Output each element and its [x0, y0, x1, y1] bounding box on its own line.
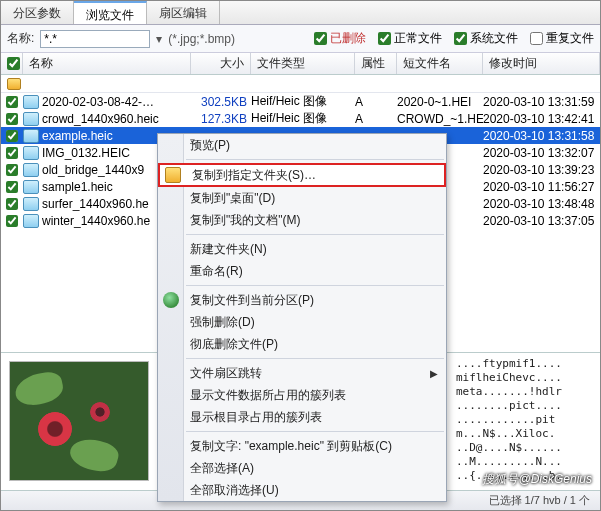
- name-label: 名称:: [7, 30, 34, 47]
- row-checkbox[interactable]: [6, 164, 18, 176]
- col-size[interactable]: 大小: [191, 53, 251, 74]
- folder-icon: [165, 167, 181, 183]
- col-attr[interactable]: 属性: [355, 53, 397, 74]
- file-attr: A: [355, 95, 397, 109]
- types-label: (*.jpg;*.bmp): [168, 32, 235, 46]
- file-icon: [23, 95, 39, 109]
- file-attr: A: [355, 112, 397, 126]
- status-text: 已选择 1/7 hvb / 1 个: [489, 493, 590, 508]
- menu-copy-docs[interactable]: 复制到"我的文档"(M): [158, 209, 446, 231]
- context-menu: 预览(P) 复制到指定文件夹(S)… 复制到"桌面"(D) 复制到"我的文档"(…: [157, 133, 447, 502]
- file-icon: [23, 146, 39, 160]
- menu-preview[interactable]: 预览(P): [158, 134, 446, 156]
- filter-bar: 名称: ▾ (*.jpg;*.bmp) 已删除 正常文件 系统文件 重复文件: [1, 25, 600, 53]
- tab-bar: 分区参数 浏览文件 扇区编辑: [1, 1, 600, 25]
- folder-row[interactable]: [1, 75, 600, 93]
- row-checkbox[interactable]: [6, 181, 18, 193]
- menu-clusters-file[interactable]: 显示文件数据所占用的簇列表: [158, 384, 446, 406]
- file-icon: [23, 112, 39, 126]
- menu-copy-text[interactable]: 复制文字: "example.heic" 到剪贴板(C): [158, 435, 446, 457]
- file-time: 2020-03-10 13:48:48: [483, 197, 600, 211]
- chk-normal[interactable]: 正常文件: [378, 30, 442, 47]
- file-icon: [23, 214, 39, 228]
- tab-partition[interactable]: 分区参数: [1, 1, 74, 24]
- table-row[interactable]: 2020-02-03-08-42-…302.5KBHeif/Heic 图像A20…: [1, 93, 600, 110]
- tab-browse[interactable]: 浏览文件: [74, 1, 147, 24]
- menu-rename[interactable]: 重命名(R): [158, 260, 446, 282]
- chk-dup[interactable]: 重复文件: [530, 30, 594, 47]
- menu-copy-to-folder[interactable]: 复制到指定文件夹(S)…: [158, 163, 446, 187]
- row-checkbox[interactable]: [6, 147, 18, 159]
- submenu-arrow-icon: ▶: [430, 368, 438, 379]
- file-time: 2020-03-10 13:31:58: [483, 129, 600, 143]
- chk-system[interactable]: 系统文件: [454, 30, 518, 47]
- file-time: 2020-03-10 13:31:59: [483, 95, 600, 109]
- file-icon: [23, 163, 39, 177]
- file-time: 2020-03-10 13:42:41: [483, 112, 600, 126]
- column-headers: 名称 大小 文件类型 属性 短文件名 修改时间: [1, 53, 600, 75]
- row-checkbox[interactable]: [6, 96, 18, 108]
- file-size: 302.5KB: [191, 95, 251, 109]
- menu-force-delete[interactable]: 强制删除(D): [158, 311, 446, 333]
- menu-copy-desktop[interactable]: 复制到"桌面"(D): [158, 187, 446, 209]
- watermark: 搜狐号@DiskGenius: [482, 471, 592, 488]
- menu-sector-jump[interactable]: 文件扇区跳转▶: [158, 362, 446, 384]
- pattern-input[interactable]: [40, 30, 150, 48]
- menu-copy-partition[interactable]: 复制文件到当前分区(P): [158, 289, 446, 311]
- hex-ascii-pane: ....ftypmif1.... miflheiChevc.... meta..…: [456, 357, 594, 483]
- file-size: 127.3KB: [191, 112, 251, 126]
- globe-icon: [163, 292, 179, 308]
- col-type[interactable]: 文件类型: [251, 53, 355, 74]
- preview-image: [9, 361, 149, 481]
- file-short: CROWD_~1.HEI: [397, 112, 483, 126]
- folder-icon: [7, 78, 21, 90]
- menu-clusters-root[interactable]: 显示根目录占用的簇列表: [158, 406, 446, 428]
- file-name: crowd_1440x960.heic: [42, 112, 191, 126]
- file-time: 2020-03-10 13:37:05: [483, 214, 600, 228]
- col-short[interactable]: 短文件名: [397, 53, 483, 74]
- file-time: 2020-03-10 13:39:23: [483, 163, 600, 177]
- file-time: 2020-03-10 11:56:27: [483, 180, 600, 194]
- file-icon: [23, 197, 39, 211]
- file-time: 2020-03-10 13:32:07: [483, 146, 600, 160]
- file-name: 2020-02-03-08-42-…: [42, 95, 191, 109]
- row-checkbox[interactable]: [6, 215, 18, 227]
- file-short: 2020-0~1.HEI: [397, 95, 483, 109]
- menu-new-folder[interactable]: 新建文件夹(N): [158, 238, 446, 260]
- tab-sector[interactable]: 扇区编辑: [147, 1, 220, 24]
- row-checkbox[interactable]: [6, 130, 18, 142]
- col-name[interactable]: 名称: [23, 53, 191, 74]
- row-checkbox[interactable]: [6, 198, 18, 210]
- header-checkbox[interactable]: [7, 57, 20, 70]
- menu-perm-delete[interactable]: 彻底删除文件(P): [158, 333, 446, 355]
- table-row[interactable]: crowd_1440x960.heic127.3KBHeif/Heic 图像AC…: [1, 110, 600, 127]
- row-checkbox[interactable]: [6, 113, 18, 125]
- file-type: Heif/Heic 图像: [251, 93, 355, 110]
- chk-deleted[interactable]: 已删除: [314, 30, 366, 47]
- file-icon: [23, 129, 39, 143]
- menu-deselect-all[interactable]: 全部取消选择(U): [158, 479, 446, 501]
- file-type: Heif/Heic 图像: [251, 110, 355, 127]
- file-icon: [23, 180, 39, 194]
- menu-select-all[interactable]: 全部选择(A): [158, 457, 446, 479]
- col-time[interactable]: 修改时间: [483, 53, 600, 74]
